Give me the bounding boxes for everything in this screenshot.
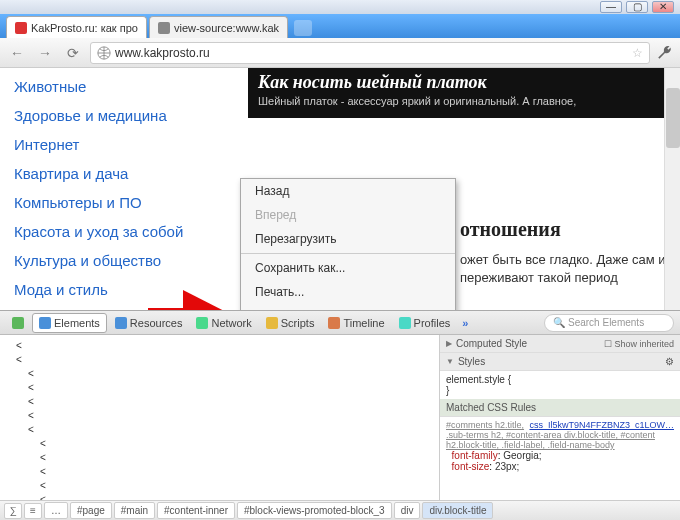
gear-icon[interactable]: ⚙ [665, 356, 674, 367]
dom-tree[interactable]: <<<<<<<<<<<< [0, 335, 440, 500]
globe-icon [97, 46, 111, 60]
dom-node[interactable]: < [4, 381, 435, 395]
breadcrumb-item[interactable]: div.block-title [422, 502, 493, 519]
context-menu-item[interactable]: Печать... [241, 280, 455, 304]
breadcrumb-item[interactable]: #block-views-promoted-block_3 [237, 502, 392, 519]
context-menu-item[interactable]: Сохранить как... [241, 256, 455, 280]
styles-pane: ▶ Computed Style ☐ Show inherited ▼ Styl… [440, 335, 680, 500]
bookmark-star-icon[interactable]: ☆ [632, 46, 643, 60]
context-menu-item[interactable]: Назад [241, 179, 455, 203]
minimize-button[interactable]: — [600, 1, 622, 13]
browser-tab-0[interactable]: KakProsto.ru: как про [6, 16, 147, 38]
back-button[interactable]: ← [6, 42, 28, 64]
context-menu: НазадВпередПерезагрузитьСохранить как...… [240, 178, 456, 310]
chevron-right-icon: ▶ [446, 339, 452, 348]
console-toggle-button[interactable]: ∑ [4, 503, 22, 519]
devtools-tab-network[interactable]: Network [190, 314, 257, 332]
context-menu-separator [241, 253, 455, 254]
chevron-down-icon: ▼ [446, 357, 454, 366]
tab-strip: KakProsto.ru: как про view-source:www.ka… [0, 14, 680, 38]
article-preview: отношения ожет быть все гладко. Даже сам… [460, 218, 674, 287]
dom-node[interactable]: < [4, 493, 435, 500]
address-bar[interactable]: www.kakprosto.ru ☆ [90, 42, 650, 64]
element-style-rule[interactable]: element.style { } [440, 371, 680, 399]
devtools-body: <<<<<<<<<<<< ▶ Computed Style ☐ Show inh… [0, 335, 680, 500]
devtools-tab-resources[interactable]: Resources [109, 314, 189, 332]
sidebar-link[interactable]: Красота и уход за собой [14, 217, 234, 246]
computed-style-header[interactable]: ▶ Computed Style ☐ Show inherited [440, 335, 680, 353]
dom-node[interactable]: < [4, 353, 435, 367]
breadcrumb-item[interactable]: #main [114, 502, 155, 519]
dom-node[interactable]: < [4, 367, 435, 381]
sidebar-link[interactable]: Квартира и дача [14, 159, 234, 188]
dom-node[interactable]: < [4, 409, 435, 423]
dom-node[interactable]: < [4, 451, 435, 465]
devtools-inspect-button[interactable] [6, 314, 30, 332]
scrollbar-thumb[interactable] [666, 88, 680, 148]
dom-breadcrumb: ∑ ≡ …#page#main#content-inner#block-view… [0, 500, 680, 520]
sidebar-link[interactable]: Интернет [14, 130, 234, 159]
sidebar-link[interactable]: Культура и общество [14, 246, 234, 275]
tab-title: KakProsto.ru: как про [31, 22, 138, 34]
show-inherited-checkbox[interactable]: ☐ Show inherited [604, 339, 674, 349]
annotation-arrow-left [183, 290, 238, 310]
css-property[interactable]: font-family: Georgia; [446, 450, 674, 461]
elements-icon [39, 317, 51, 329]
devtools-toolbar: Elements Resources Network Scripts Timel… [0, 311, 680, 335]
styles-header[interactable]: ▼ Styles ⚙ [440, 353, 680, 371]
devtools-tab-scripts[interactable]: Scripts [260, 314, 321, 332]
magnifier-icon [12, 317, 24, 329]
article-text: ожет быть все гладко. Даже сам и пережив… [460, 251, 674, 287]
devtools-tab-profiles[interactable]: Profiles [393, 314, 457, 332]
close-button[interactable]: ✕ [652, 1, 674, 13]
wrench-icon[interactable] [656, 44, 674, 62]
context-menu-item[interactable]: Перезагрузить [241, 227, 455, 251]
scripts-icon [266, 317, 278, 329]
dom-node[interactable]: < [4, 395, 435, 409]
devtools-search-input[interactable]: 🔍 Search Elements [544, 314, 674, 332]
breadcrumb-item[interactable]: … [44, 502, 68, 519]
sidebar-link[interactable]: Здоровье и медицина [14, 101, 234, 130]
devtools-tab-elements[interactable]: Elements [32, 313, 107, 333]
matched-rules-header: Matched CSS Rules [440, 399, 680, 417]
sidebar-link[interactable]: Животные [14, 72, 234, 101]
browser-tab-1[interactable]: view-source:www.kak [149, 16, 288, 38]
hero-title: Как носить шейный платок [258, 72, 666, 93]
breadcrumb-item[interactable]: #content-inner [157, 502, 235, 519]
context-menu-item[interactable]: Перевести на русский [241, 304, 455, 310]
dom-node[interactable]: < [4, 423, 435, 437]
forward-button[interactable]: → [34, 42, 56, 64]
devtools-tabs-overflow[interactable]: » [458, 317, 472, 329]
network-icon [196, 317, 208, 329]
toolbar: ← → ⟳ www.kakprosto.ru ☆ [0, 38, 680, 68]
devtools-tab-timeline[interactable]: Timeline [322, 314, 390, 332]
category-sidebar: Животные Здоровье и медицина Интернет Кв… [14, 72, 234, 304]
devtools-settings-button[interactable]: ≡ [24, 503, 42, 519]
dom-node[interactable]: < [4, 465, 435, 479]
reload-button[interactable]: ⟳ [62, 42, 84, 64]
hero-subtitle: Шейный платок - аксессуар яркий и оригин… [258, 95, 666, 107]
hero-banner[interactable]: Как носить шейный платок Шейный платок -… [248, 68, 676, 118]
devtools-panel: Elements Resources Network Scripts Timel… [0, 310, 680, 520]
window-controls: — ▢ ✕ [0, 0, 680, 14]
dom-node[interactable]: < [4, 437, 435, 451]
dom-node[interactable]: < [4, 479, 435, 493]
favicon-icon [15, 22, 27, 34]
url-text: www.kakprosto.ru [115, 46, 210, 60]
css-property[interactable]: font-size: 23px; [446, 461, 674, 472]
viewport-scrollbar[interactable] [664, 68, 680, 310]
breadcrumb-item[interactable]: div [394, 502, 421, 519]
breadcrumb-item[interactable]: #page [70, 502, 112, 519]
tab-title: view-source:www.kak [174, 22, 279, 34]
new-tab-button[interactable] [294, 20, 312, 36]
page-viewport: Животные Здоровье и медицина Интернет Кв… [0, 68, 680, 310]
article-title: отношения [460, 218, 674, 241]
search-icon: 🔍 [553, 317, 565, 328]
source-link[interactable]: css_Il5kwT9N4FFZBNZ3_c1LOW… [529, 420, 674, 430]
maximize-button[interactable]: ▢ [626, 1, 648, 13]
profiles-icon [399, 317, 411, 329]
sidebar-link[interactable]: Компьютеры и ПО [14, 188, 234, 217]
dom-node[interactable]: < [4, 339, 435, 353]
context-menu-item: Вперед [241, 203, 455, 227]
matched-rule[interactable]: css_Il5kwT9N4FFZBNZ3_c1LOW… #comments h2… [440, 417, 680, 475]
